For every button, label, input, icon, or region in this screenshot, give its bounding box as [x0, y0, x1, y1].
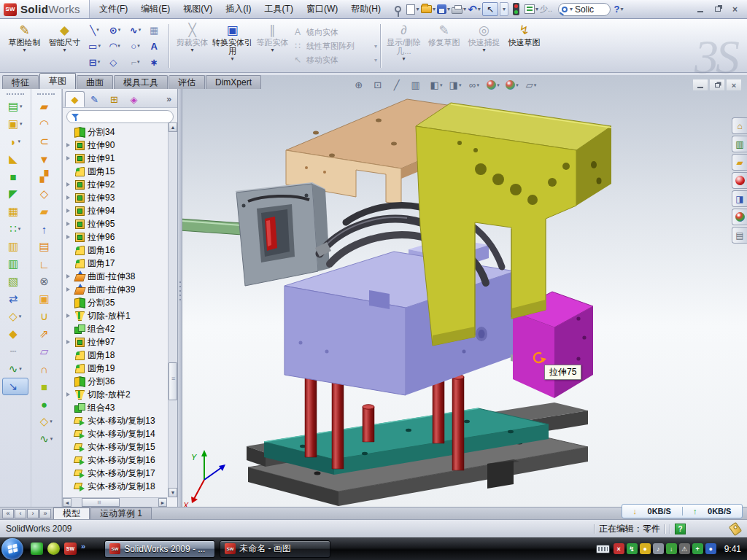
tree-item[interactable]: 曲面-拉伸39 — [64, 283, 167, 296]
tree-item[interactable]: 圆角18 — [64, 349, 167, 362]
panel-more-button[interactable]: » — [166, 94, 175, 107]
panel-tab[interactable]: ◆ — [65, 91, 85, 107]
tree-item[interactable]: 实体-移动/复制15 — [64, 440, 167, 454]
tray-icon[interactable]: ⚠ — [679, 543, 690, 554]
view-tool-button[interactable]: ⊡ ▾ — [371, 78, 388, 92]
tray-icon[interactable]: ↓ — [666, 543, 677, 554]
tree-item[interactable]: 拉伸93 — [64, 191, 167, 204]
tree-item[interactable]: 圆角17 — [64, 257, 167, 270]
expand-arrow-icon[interactable] — [65, 195, 71, 201]
expand-arrow-icon[interactable] — [65, 142, 71, 149]
view-tool-button[interactable]: ▥ ▾ — [409, 78, 426, 92]
tree-item[interactable]: 实体-移动/复制16 — [64, 454, 167, 467]
tree-item[interactable]: 拉伸90 — [64, 139, 167, 152]
sketch-entity-button[interactable]: ∗ ▾ — [146, 55, 166, 70]
tree-item[interactable]: 圆角16 — [64, 244, 167, 257]
tree-filter-input[interactable] — [66, 110, 174, 123]
ribbon-button[interactable]: ↯ 快速草图 ▾ — [504, 21, 544, 71]
ribbon-button[interactable]: ∥ 等距实体 ▾ — [252, 21, 293, 71]
sketch-entity-button[interactable]: ⌐ ▾ — [125, 55, 145, 70]
tray-icon[interactable]: ● — [640, 543, 651, 554]
panel-splitter[interactable] — [178, 89, 182, 507]
panel-tab[interactable]: ⊞ — [104, 91, 124, 107]
expand-arrow-icon[interactable] — [65, 182, 71, 188]
ribbon-stacked-button[interactable]: A 镜向实体 ▾ — [293, 27, 377, 38]
tree-item[interactable]: 曲面-拉伸38 — [64, 270, 167, 283]
tree-item[interactable]: 实体-移动/复制13 — [64, 414, 167, 427]
toolbar-button[interactable]: ▣ ▾ — [33, 290, 59, 308]
start-button[interactable] — [1, 538, 23, 560]
doc-restore-button[interactable] — [710, 79, 724, 90]
model-ejector-rod-clamp[interactable] — [182, 182, 330, 286]
command-tab[interactable]: 评估 — [169, 75, 205, 89]
tree-item[interactable]: 组合43 — [64, 401, 167, 414]
quick-tips-button[interactable]: ? — [675, 524, 686, 534]
toolbar-button[interactable]: ▰ ▾ — [33, 203, 59, 220]
ribbon-button[interactable]: ╳ 剪裁实体 ▾ — [172, 21, 212, 71]
scroll-up-button[interactable]: ▲ — [169, 122, 177, 132]
toolbar-button[interactable]: ∟ ▾ — [33, 255, 59, 273]
sketch-entity-button[interactable]: ∿ ▾ — [125, 23, 145, 38]
task-pane-tab[interactable]: ⌂ — [732, 117, 747, 134]
toolbar-button[interactable]: ↘ ▾ — [2, 378, 28, 395]
scrollbar-thumb[interactable] — [169, 362, 177, 400]
search-input[interactable]: Solic — [575, 4, 604, 15]
tree-item[interactable]: 拉伸96 — [64, 230, 167, 244]
help-button[interactable]: ?▾ — [612, 2, 625, 17]
command-tab[interactable]: 曲面 — [77, 75, 113, 89]
toolbar-button[interactable]: ▞ ▾ — [33, 168, 59, 185]
expand-arrow-icon[interactable] — [65, 221, 71, 228]
scroll-down-button[interactable]: ▼ — [169, 488, 177, 497]
sketch-entity-button[interactable]: A ▾ — [146, 39, 166, 54]
view-tool-button[interactable]: ▱ ▾ — [522, 78, 540, 92]
toolbar-button[interactable]: ◆ ▾ — [2, 325, 28, 343]
ribbon-stacked-button[interactable]: ↖ 移动实体 ▾ — [293, 55, 377, 66]
panel-tab[interactable]: ◈ — [124, 91, 144, 107]
pin-button[interactable] — [392, 2, 405, 17]
tree-item[interactable]: 组合42 — [64, 322, 167, 335]
menu-item[interactable]: 文件(F) — [93, 0, 134, 18]
toolbar-button[interactable]: ■ ▾ — [33, 378, 59, 395]
expand-arrow-icon[interactable] — [65, 208, 71, 214]
toolbar-button[interactable]: ◇ ▾ — [33, 413, 59, 430]
doc-close-button[interactable]: × — [727, 79, 741, 90]
options-button[interactable]: ▾ — [525, 2, 538, 17]
command-tab[interactable]: 特征 — [2, 75, 39, 89]
tree-item[interactable]: 拉伸97 — [64, 335, 167, 349]
tab-nav-button[interactable]: » — [39, 509, 51, 518]
expand-arrow-icon[interactable] — [65, 339, 71, 346]
menu-item[interactable]: 工具(T) — [258, 0, 300, 18]
open-file-button[interactable]: ▾ — [421, 2, 436, 17]
tag-icon[interactable] — [729, 521, 742, 535]
tray-icon[interactable]: ♪ — [653, 543, 664, 554]
toolbar-button[interactable]: ∩ ▾ — [33, 360, 59, 378]
restore-button[interactable] — [710, 3, 725, 15]
toolbar-button[interactable]: ┄ ▾ — [2, 343, 28, 360]
expand-arrow-icon[interactable] — [65, 313, 71, 319]
command-tab[interactable]: 草图 — [39, 73, 76, 89]
view-tool-button[interactable]: ∞ ▾ — [465, 78, 483, 92]
toolbar-button[interactable]: ▧ ▾ — [2, 273, 28, 290]
tab-nav-button[interactable]: › — [27, 509, 39, 518]
command-tab[interactable]: 模具工具 — [114, 75, 168, 89]
toolbar-button[interactable]: ⊗ ▾ — [33, 273, 59, 290]
toolbar-button[interactable]: ▱ ▾ — [33, 343, 59, 360]
sketch-entity-button[interactable]: ⊙ ▾ — [105, 23, 125, 38]
tree-item[interactable]: 分割36 — [64, 375, 167, 388]
document-tab[interactable]: 运动算例 1 — [90, 508, 152, 519]
view-tool-button[interactable]: ▾ — [484, 78, 502, 92]
taskbar-task-button[interactable]: SW 未命名 - 画图 — [220, 540, 330, 558]
ribbon-button[interactable]: ✎ 修复草图 ▾ — [424, 21, 464, 71]
menu-item[interactable]: 帮助(H) — [344, 0, 387, 18]
tree-horizontal-scrollbar[interactable]: ◄ ► — [63, 497, 167, 507]
sketch-entity-button[interactable]: ▭ ▾ — [85, 39, 104, 54]
ribbon-button[interactable]: ▣ 转换实体引用 ▾ — [212, 21, 252, 71]
tray-icon[interactable]: ↯ — [627, 543, 638, 554]
view-tool-button[interactable]: ╱ ▾ — [390, 78, 407, 92]
tray-icon[interactable]: ● — [705, 543, 716, 554]
toolbar-button[interactable]: ↑ ▾ — [33, 220, 59, 238]
toolbar-button[interactable]: ∿ ▾ — [2, 360, 28, 378]
toolbar-button[interactable]: ▤ ▾ — [2, 98, 28, 115]
solidworks-shortcut-icon[interactable]: SW — [64, 542, 77, 555]
expand-arrow-icon[interactable] — [65, 273, 71, 280]
